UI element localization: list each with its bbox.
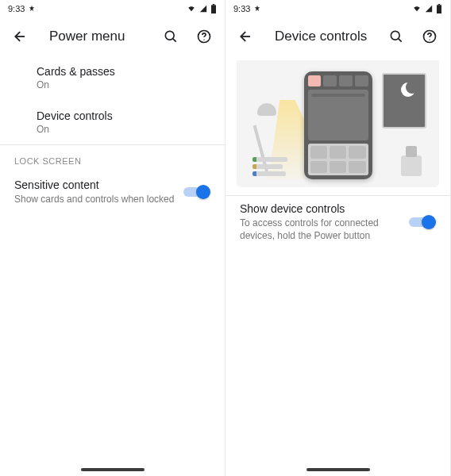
screen-power-menu: 9:33 Power menu: [0, 0, 226, 476]
signal-icon: [199, 5, 207, 13]
setting-status: On: [37, 124, 210, 135]
svg-point-9: [429, 40, 430, 40]
battery-icon: [436, 4, 442, 13]
section-header-lock-screen: LOCK SCREEN: [0, 144, 225, 172]
signal-icon: [425, 5, 433, 13]
setting-status: On: [37, 79, 210, 90]
back-button[interactable]: [232, 22, 260, 51]
gesture-nav-bar[interactable]: [306, 468, 370, 471]
status-time: 9:33: [233, 4, 250, 13]
setting-sensitive-content[interactable]: Sensitive content Show cards and control…: [0, 172, 225, 212]
wifi-icon: [412, 5, 422, 13]
content-area: Cards & passes On Device controls On LOC…: [0, 56, 225, 476]
setting-device-controls[interactable]: Device controls On: [0, 100, 225, 144]
search-icon: [163, 29, 179, 44]
search-icon: [388, 29, 404, 44]
svg-rect-6: [438, 4, 440, 5]
toggle-switch-show-device-controls[interactable]: [409, 214, 436, 230]
arrow-back-icon: [13, 29, 29, 44]
setting-label: Device controls: [37, 109, 210, 122]
back-button[interactable]: [6, 22, 35, 51]
svg-rect-1: [213, 4, 214, 5]
status-time: 9:33: [8, 4, 25, 13]
toggle-label: Sensitive content: [14, 178, 175, 191]
svg-point-7: [391, 31, 399, 40]
setting-label: Cards & passes: [37, 65, 210, 78]
svg-rect-0: [211, 5, 216, 13]
toggle-description: Show cards and controls when locked: [14, 193, 175, 205]
toggle-switch-sensitive-content[interactable]: [183, 184, 210, 200]
status-bar: 9:33: [0, 0, 225, 17]
app-bar: Device controls: [226, 17, 450, 56]
toggle-description: To access controls for connected devices…: [240, 217, 401, 242]
search-button[interactable]: [382, 22, 411, 51]
device-controls-illustration: [237, 60, 439, 187]
help-icon: [196, 29, 212, 44]
status-update-icon: [253, 5, 261, 13]
help-button[interactable]: [415, 22, 444, 51]
gesture-nav-bar[interactable]: [81, 468, 145, 471]
setting-cards-and-passes[interactable]: Cards & passes On: [0, 56, 225, 100]
setting-show-device-controls[interactable]: Show device controls To access controls …: [226, 196, 450, 248]
content-area: Show device controls To access controls …: [226, 56, 450, 476]
screen-device-controls: 9:33 Device controls: [226, 0, 451, 476]
status-update-icon: [28, 5, 36, 13]
svg-point-4: [203, 40, 204, 40]
wifi-icon: [187, 5, 196, 13]
svg-point-2: [165, 31, 174, 40]
page-title: Power menu: [40, 29, 152, 44]
app-bar: Power menu: [0, 17, 225, 56]
page-title: Device controls: [265, 29, 377, 44]
status-bar: 9:33: [226, 0, 450, 17]
battery-icon: [210, 4, 217, 13]
svg-rect-5: [437, 5, 441, 13]
arrow-back-icon: [238, 29, 254, 44]
toggle-label: Show device controls: [240, 202, 401, 215]
search-button[interactable]: [156, 22, 185, 51]
help-button[interactable]: [190, 22, 218, 51]
help-icon: [422, 29, 438, 44]
